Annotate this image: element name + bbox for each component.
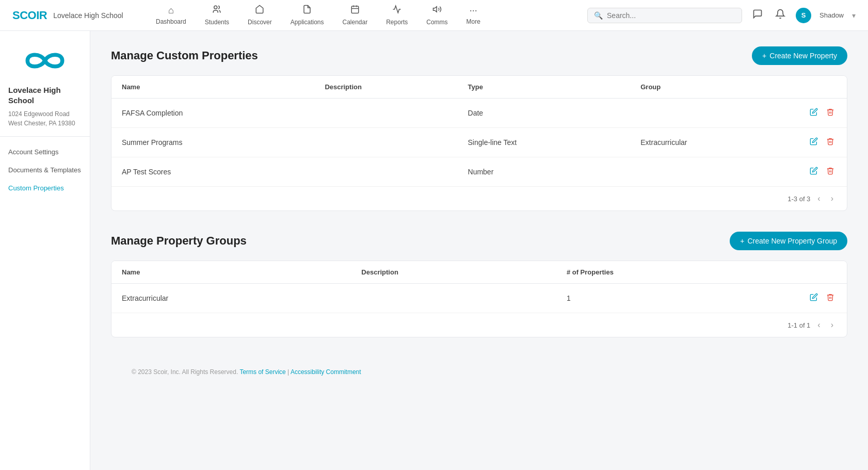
nav-item-dashboard[interactable]: ⌂ Dashboard [147, 1, 196, 29]
sidebar: Lovelace High School 1024 Edgewood Road … [0, 31, 90, 470]
edit-property-2-button[interactable] [808, 135, 820, 150]
nav-label-calendar: Calendar [343, 19, 368, 26]
main-content: Manage Custom Properties + Create New Pr… [90, 31, 868, 470]
properties-pagination-text: 1-3 of 3 [787, 195, 810, 203]
nav-item-calendar[interactable]: Calendar [333, 1, 377, 30]
sidebar-item-custom-properties[interactable]: Custom Properties [0, 179, 90, 197]
discover-icon [255, 5, 264, 17]
table-row: FAFSA Completion Date [111, 99, 847, 128]
search-input[interactable] [607, 11, 735, 20]
edit-property-3-button[interactable] [808, 165, 820, 179]
create-new-property-button[interactable]: + Create New Property [752, 46, 847, 65]
logo: SCOIR [12, 9, 47, 22]
delete-property-1-button[interactable] [824, 106, 837, 120]
groups-table-container: Name Description # of Properties Extracu… [111, 261, 847, 337]
property-description-2 [314, 128, 457, 157]
footer-terms-link[interactable]: Terms of Service [239, 368, 285, 376]
nav-label-reports: Reports [386, 19, 408, 26]
property-description-1 [314, 99, 457, 128]
group-actions-1 [808, 291, 837, 305]
groups-section: Manage Property Groups + Create New Prop… [111, 232, 847, 337]
properties-section-title: Manage Custom Properties [111, 49, 258, 62]
groups-table: Name Description # of Properties Extracu… [111, 261, 847, 313]
properties-pagination: 1-3 of 3 ‹ › [111, 186, 847, 210]
groups-prev-button[interactable]: ‹ [814, 319, 823, 331]
school-address: 1024 Edgewood Road West Chester, PA 1938… [8, 109, 82, 128]
property-actions-1 [808, 106, 837, 120]
group-col-header-num-properties: # of Properties [556, 261, 797, 284]
search-box[interactable]: 🔍 [587, 8, 742, 23]
footer: © 2023 Scoir, Inc. All Rights Reserved. … [111, 358, 847, 386]
nav-item-applications[interactable]: Applications [281, 1, 333, 30]
groups-next-button[interactable]: › [828, 319, 837, 331]
properties-next-button[interactable]: › [828, 193, 837, 204]
property-type-1: Date [458, 99, 631, 128]
groups-pagination: 1-1 of 1 ‹ › [111, 313, 847, 337]
property-type-2: Single-line Text [458, 128, 631, 157]
sidebar-item-documents-templates[interactable]: Documents & Templates [0, 161, 90, 179]
search-icon: 🔍 [594, 11, 603, 20]
comms-icon [432, 5, 442, 17]
property-name-1: FAFSA Completion [111, 99, 314, 128]
delete-group-1-button[interactable] [824, 291, 837, 305]
table-row: AP Test Scores Number [111, 157, 847, 187]
sidebar-menu: Account Settings Documents & Templates C… [0, 137, 90, 203]
students-icon [212, 5, 221, 17]
user-name[interactable]: Shadow [819, 11, 844, 19]
plus-icon: + [762, 52, 766, 60]
edit-property-1-button[interactable] [808, 106, 820, 120]
property-type-3: Number [458, 157, 631, 187]
nav-item-comms[interactable]: Comms [417, 1, 457, 30]
school-name-sidebar: Lovelace High School [8, 85, 82, 105]
properties-section: Manage Custom Properties + Create New Pr… [111, 46, 847, 211]
notification-icon-button[interactable] [773, 7, 787, 24]
groups-table-header-row: Name Description # of Properties [111, 261, 847, 284]
nav-label-applications: Applications [291, 19, 324, 26]
nav-label-more: More [467, 18, 480, 25]
create-new-property-group-button[interactable]: + Create New Property Group [730, 232, 847, 250]
property-group-3 [630, 157, 797, 187]
calendar-icon [350, 5, 360, 17]
groups-pagination-text: 1-1 of 1 [787, 321, 810, 329]
footer-copyright: © 2023 Scoir, Inc. All Rights Reserved. [132, 368, 238, 376]
user-avatar[interactable]: S [796, 8, 811, 23]
properties-section-header: Manage Custom Properties + Create New Pr… [111, 46, 847, 65]
property-name-3: AP Test Scores [111, 157, 314, 187]
svg-rect-1 [351, 6, 359, 13]
nav-item-students[interactable]: Students [196, 1, 238, 30]
properties-prev-button[interactable]: ‹ [814, 193, 823, 204]
table-row: Summer Programs Single-line Text Extracu… [111, 128, 847, 157]
sidebar-item-account-settings[interactable]: Account Settings [0, 143, 90, 161]
footer-accessibility-link[interactable]: Accessibility Commitment [291, 368, 361, 376]
group-num-properties-1: 1 [556, 284, 797, 313]
property-group-2: Extracurricular [630, 128, 797, 157]
properties-table-container: Name Description Type Group FAFSA Comple… [111, 75, 847, 211]
logo-area: SCOIR Lovelace High School [12, 9, 147, 22]
table-row: Extracurricular 1 [111, 284, 847, 313]
group-description-1 [351, 284, 556, 313]
nav-item-discover[interactable]: Discover [238, 1, 281, 30]
plus-icon-group: + [740, 237, 744, 245]
school-info: Lovelace High School 1024 Edgewood Road … [0, 85, 90, 137]
group-col-header-description: Description [351, 261, 556, 284]
nav-label-students: Students [205, 19, 229, 26]
edit-group-1-button[interactable] [808, 291, 820, 305]
col-header-description: Description [314, 76, 457, 99]
more-icon: ··· [470, 5, 477, 16]
col-header-group: Group [630, 76, 797, 99]
col-header-type: Type [458, 76, 631, 99]
property-description-3 [314, 157, 457, 187]
chat-icon-button[interactable] [750, 7, 765, 24]
group-col-header-name: Name [111, 261, 351, 284]
applications-icon [302, 5, 312, 17]
top-nav: SCOIR Lovelace High School ⌂ Dashboard S… [0, 0, 868, 31]
nav-item-more[interactable]: ··· More [457, 1, 490, 29]
property-name-2: Summer Programs [111, 128, 314, 157]
user-dropdown-arrow[interactable]: ▾ [852, 11, 856, 20]
svg-point-0 [214, 6, 217, 9]
delete-property-3-button[interactable] [824, 165, 837, 179]
property-actions-2 [808, 135, 837, 150]
nav-item-reports[interactable]: Reports [377, 1, 417, 30]
nav-label-dashboard: Dashboard [156, 18, 186, 25]
delete-property-2-button[interactable] [824, 135, 837, 150]
